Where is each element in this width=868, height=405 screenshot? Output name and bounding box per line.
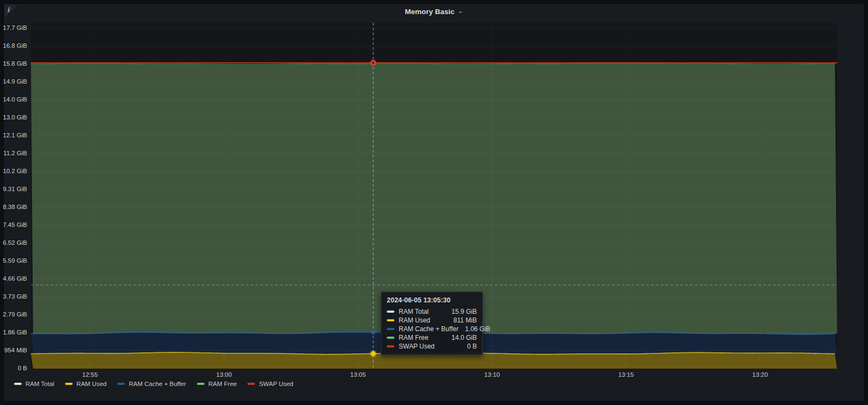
tooltip-series-value: 811 MiB: [447, 317, 477, 324]
tooltip-series-value: 14.0 GiB: [445, 334, 477, 341]
x-axis-tick-label: 12:55: [71, 371, 109, 378]
tooltip-series-label: SWAP Used: [399, 343, 435, 350]
y-axis-tick-label: 8.38 GiB: [0, 204, 27, 211]
tooltip-series-label: RAM Free: [399, 334, 429, 341]
legend-label: RAM Total: [25, 381, 54, 387]
panel-info-corner[interactable]: i: [4, 4, 18, 18]
y-axis-tick-label: 12.1 GiB: [0, 132, 27, 139]
legend-color-swatch: [14, 383, 22, 385]
legend-color-swatch: [65, 383, 73, 385]
y-axis-tick-label: 6.52 GiB: [0, 239, 27, 246]
y-axis-tick-label: 0 B: [0, 365, 27, 372]
chevron-down-icon: ⌄: [458, 9, 463, 13]
x-axis-tick-label: 13:10: [473, 371, 511, 378]
x-axis-tick-label: 13:05: [339, 371, 377, 378]
tooltip-series-label: RAM Used: [399, 317, 430, 324]
legend-item-swap-used[interactable]: SWAP Used: [247, 381, 293, 387]
series-color-swatch: [387, 311, 394, 313]
panel-title: Memory Basic: [405, 8, 455, 16]
y-axis-tick-label: 14.0 GiB: [0, 96, 27, 103]
legend-label: RAM Used: [76, 381, 107, 387]
tooltip-row: RAM Used 811 MiB: [387, 316, 477, 325]
y-axis-tick-label: 4.66 GiB: [0, 275, 27, 282]
legend-item-ram-free[interactable]: RAM Free: [197, 381, 237, 387]
y-axis-tick-label: 954 MiB: [0, 347, 27, 354]
legend-label: RAM Free: [208, 381, 237, 387]
y-axis-tick-label: 13.0 GiB: [0, 114, 27, 121]
legend-item-ram-cache-buffer[interactable]: RAM Cache + Buffer: [117, 381, 186, 387]
legend-label: SWAP Used: [259, 381, 293, 387]
y-axis-tick-label: 17.7 GiB: [0, 24, 27, 31]
y-axis-tick-label: 11.2 GiB: [0, 150, 27, 157]
y-axis-tick-label: 3.73 GiB: [0, 293, 27, 300]
y-axis-tick-label: 16.8 GiB: [0, 42, 27, 49]
y-axis-tick-label: 7.45 GiB: [0, 222, 27, 229]
info-icon: i: [7, 6, 10, 14]
y-axis-tick-label: 14.9 GiB: [0, 78, 27, 85]
y-axis-tick-label: 1.86 GiB: [0, 329, 27, 336]
hover-dot-ram-cache-buffer: [371, 330, 375, 334]
legend-label: RAM Cache + Buffer: [129, 381, 186, 387]
tooltip-series-label: RAM Total: [399, 308, 429, 315]
x-axis-tick-label: 13:15: [607, 371, 645, 378]
tooltip-row: RAM Total 15.9 GiB: [387, 307, 477, 316]
tooltip-row: RAM Free 14.0 GiB: [387, 333, 477, 342]
panel-header: Memory Basic ⌄: [0, 7, 868, 16]
series-color-swatch: [387, 328, 394, 330]
x-axis-tick-label: 13:20: [741, 371, 779, 378]
y-axis-tick-label: 2.79 GiB: [0, 311, 27, 318]
panel-title-menu[interactable]: Memory Basic ⌄: [405, 8, 463, 16]
legend-color-swatch: [117, 383, 125, 385]
y-axis-tick-label: 9.31 GiB: [0, 186, 27, 193]
tooltip-series-value: 1.06 GiB: [458, 325, 490, 333]
hover-tooltip: 2024-06-05 13:05:30 RAM Total 15.9 GiB R…: [381, 292, 483, 355]
tooltip-timestamp: 2024-06-05 13:05:30: [387, 296, 477, 304]
tooltip-series-value: 0 B: [461, 343, 477, 350]
hover-dot-ram-total-center: [372, 62, 374, 64]
legend-color-swatch: [247, 383, 255, 385]
tooltip-row: SWAP Used 0 B: [387, 342, 477, 351]
tooltip-series-label: RAM Cache + Buffer: [399, 325, 458, 333]
y-axis-tick-label: 15.8 GiB: [0, 60, 27, 67]
legend-item-ram-used[interactable]: RAM Used: [65, 381, 107, 387]
y-axis-tick-label: 10.2 GiB: [0, 168, 27, 175]
legend-color-swatch: [197, 383, 205, 385]
x-axis-tick-label: 13:00: [205, 371, 243, 378]
y-axis-tick-label: 5.59 GiB: [0, 257, 27, 264]
tooltip-row: RAM Cache + Buffer 1.06 GiB: [387, 325, 477, 333]
chart-legend: RAM Total RAM Used RAM Cache + Buffer RA…: [14, 381, 293, 387]
hover-dot-ram-used: [371, 351, 376, 356]
tooltip-series-value: 15.9 GiB: [445, 308, 477, 315]
series-color-swatch: [387, 319, 394, 321]
series-color-swatch: [387, 337, 394, 339]
legend-item-ram-total[interactable]: RAM Total: [14, 381, 54, 387]
series-color-swatch: [387, 345, 394, 347]
